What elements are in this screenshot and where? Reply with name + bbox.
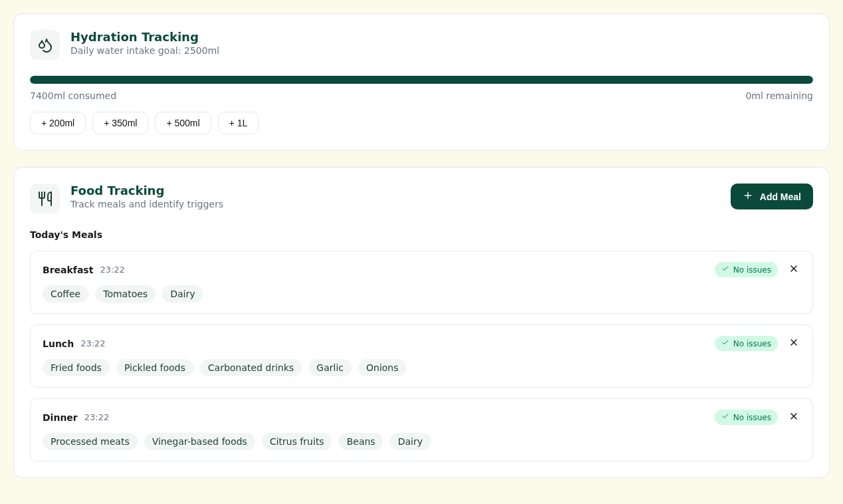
meal-status-badge: No issues bbox=[715, 410, 778, 425]
meal-time: 23:22 bbox=[80, 338, 105, 348]
food-item-pill: Fried foods bbox=[43, 359, 110, 376]
delete-meal-button[interactable] bbox=[787, 262, 800, 277]
meal-card-dinner: Dinner23:22No issuesProcessed meatsVineg… bbox=[30, 398, 813, 461]
meal-items: Fried foodsPickled foodsCarbonated drink… bbox=[43, 359, 800, 376]
delete-meal-button[interactable] bbox=[787, 410, 800, 425]
check-icon bbox=[721, 265, 729, 275]
hydration-progress bbox=[30, 76, 813, 84]
food-item-pill: Dairy bbox=[390, 433, 430, 450]
plus-icon bbox=[743, 190, 753, 203]
meal-name: Breakfast bbox=[43, 265, 93, 275]
meal-card-breakfast: Breakfast23:22No issuesCoffeeTomatoesDai… bbox=[30, 251, 813, 314]
todays-meals-heading: Today's Meals bbox=[30, 229, 813, 240]
food-item-pill: Onions bbox=[358, 359, 407, 376]
food-header: Food Tracking Track meals and identify t… bbox=[30, 184, 813, 213]
hydration-add-0[interactable]: + 200ml bbox=[30, 112, 86, 134]
food-item-pill: Coffee bbox=[43, 285, 88, 303]
meal-time: 23:22 bbox=[84, 412, 109, 422]
status-label: No issues bbox=[733, 265, 771, 275]
check-icon bbox=[721, 338, 729, 348]
food-item-pill: Carbonated drinks bbox=[200, 359, 302, 376]
hydration-progress-fill bbox=[30, 76, 813, 84]
meal-items: Processed meatsVinegar-based foodsCitrus… bbox=[43, 433, 800, 450]
check-icon bbox=[721, 412, 729, 422]
hydration-consumed: 7400ml consumed bbox=[30, 90, 116, 101]
meal-card-lunch: Lunch23:22No issuesFried foodsPickled fo… bbox=[30, 324, 813, 388]
food-item-pill: Citrus fruits bbox=[262, 433, 332, 450]
meal-status-badge: No issues bbox=[715, 262, 778, 277]
meal-name: Lunch bbox=[43, 338, 74, 349]
hydration-add-2[interactable]: + 500ml bbox=[155, 112, 211, 134]
droplets-icon bbox=[30, 30, 60, 60]
meals-list: Breakfast23:22No issuesCoffeeTomatoesDai… bbox=[30, 251, 813, 461]
meal-name: Dinner bbox=[43, 412, 78, 423]
hydration-card: Hydration Tracking Daily water intake go… bbox=[13, 13, 830, 151]
food-item-pill: Garlic bbox=[308, 359, 352, 376]
add-meal-label: Add Meal bbox=[760, 191, 801, 202]
add-meal-button[interactable]: Add Meal bbox=[731, 184, 813, 209]
hydration-subtitle: Daily water intake goal: 2500ml bbox=[70, 45, 219, 56]
food-title: Food Tracking bbox=[70, 184, 223, 197]
meal-items: CoffeeTomatoesDairy bbox=[43, 285, 800, 303]
close-icon bbox=[788, 411, 799, 424]
hydration-add-3[interactable]: + 1L bbox=[218, 112, 259, 134]
food-item-pill: Processed meats bbox=[43, 433, 138, 450]
hydration-header: Hydration Tracking Daily water intake go… bbox=[30, 30, 813, 60]
food-card: Food Tracking Track meals and identify t… bbox=[13, 167, 830, 478]
hydration-add-1[interactable]: + 350ml bbox=[92, 112, 148, 134]
hydration-remaining: 0ml remaining bbox=[745, 90, 813, 101]
close-icon bbox=[788, 337, 799, 350]
close-icon bbox=[788, 263, 799, 276]
food-subtitle: Track meals and identify triggers bbox=[70, 199, 223, 209]
hydration-title: Hydration Tracking bbox=[70, 30, 219, 44]
food-item-pill: Dairy bbox=[162, 285, 203, 303]
meal-status-badge: No issues bbox=[715, 336, 778, 351]
meal-time: 23:22 bbox=[100, 265, 124, 275]
status-label: No issues bbox=[733, 339, 771, 348]
food-item-pill: Vinegar-based foods bbox=[144, 433, 255, 450]
food-item-pill: Tomatoes bbox=[95, 285, 156, 303]
status-label: No issues bbox=[733, 413, 771, 422]
food-item-pill: Beans bbox=[338, 433, 383, 450]
delete-meal-button[interactable] bbox=[787, 336, 800, 351]
hydration-quick-add-row: + 200ml+ 350ml+ 500ml+ 1L bbox=[30, 112, 813, 134]
utensils-icon bbox=[30, 184, 60, 213]
food-item-pill: Pickled foods bbox=[116, 359, 193, 376]
